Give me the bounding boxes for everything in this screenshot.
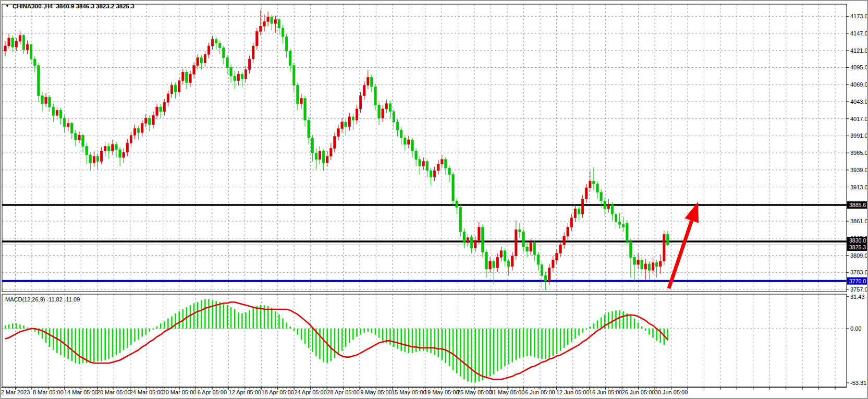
macd-indicator-label: MACD(12,26,9) -11.82 -11.09 [5,296,80,303]
symbol-dropdown-icon[interactable]: ▼ [5,4,9,8]
price-axis[interactable] [844,1,867,387]
time-axis[interactable] [1,385,846,398]
mt4-chart-window: 4173.04147.04121.04095.04069.04043.04017… [0,0,868,399]
symbol-header: ▼ CHINA300-,H4 3840.9 3846.3 3823.2 3825… [5,3,135,9]
ohlc-readout: 3840.9 3846.3 3823.2 3825.3 [56,3,134,9]
chart-canvas[interactable]: 4173.04147.04121.04095.04069.04043.04017… [1,1,868,399]
symbol-period-label: CHINA300-,H4 [13,3,53,9]
